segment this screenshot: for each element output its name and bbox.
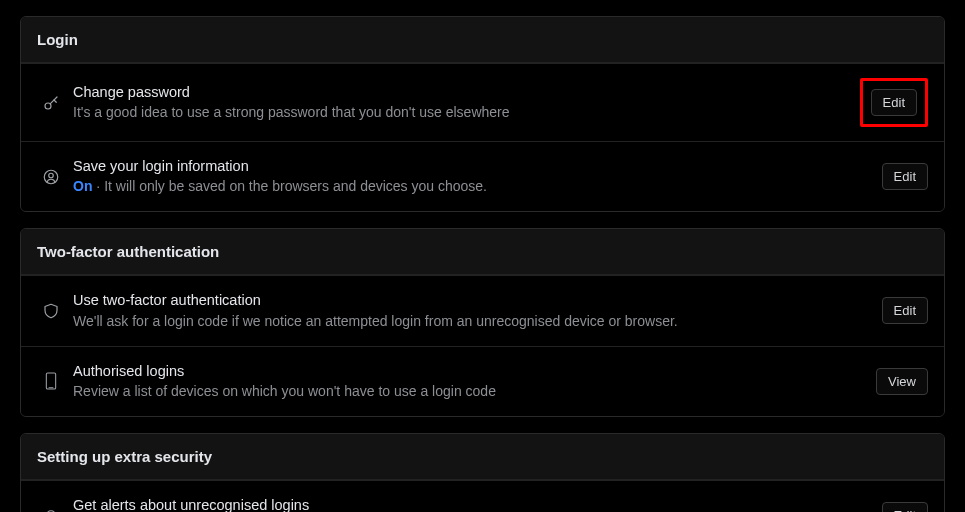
alerts-body: Get alerts about unrecognised logins We'… [73, 495, 870, 512]
use-tfa-title: Use two-factor authentication [73, 290, 870, 310]
svg-point-1 [44, 170, 58, 184]
auth-logins-body: Authorised logins Review a list of devic… [73, 361, 864, 402]
highlight-change-password-edit: Edit [860, 78, 928, 127]
change-password-title: Change password [73, 82, 848, 102]
alerts-action: Edit [882, 502, 928, 512]
save-login-edit-button[interactable]: Edit [882, 163, 928, 190]
bell-icon [37, 507, 65, 512]
save-login-row: Save your login information On · It will… [21, 141, 944, 211]
auth-logins-title: Authorised logins [73, 361, 864, 381]
save-login-desc: It will only be saved on the browsers an… [104, 178, 487, 194]
login-section-header: Login [21, 17, 944, 63]
change-password-action: Edit [860, 78, 928, 127]
auth-logins-action: View [876, 368, 928, 395]
use-tfa-row: Use two-factor authentication We'll ask … [21, 275, 944, 345]
use-tfa-edit-button[interactable]: Edit [882, 297, 928, 324]
use-tfa-desc: We'll ask for a login code if we notice … [73, 311, 870, 332]
save-login-desc-line: On · It will only be saved on the browse… [73, 176, 870, 197]
extra-security-header: Setting up extra security [21, 434, 944, 480]
use-tfa-body: Use two-factor authentication We'll ask … [73, 290, 870, 331]
alerts-title: Get alerts about unrecognised logins [73, 495, 870, 512]
save-login-status: On [73, 178, 92, 194]
auth-logins-desc: Review a list of devices on which you wo… [73, 381, 864, 402]
auth-logins-row: Authorised logins Review a list of devic… [21, 346, 944, 416]
user-circle-icon [37, 168, 65, 186]
login-section: Login Change password It's a good idea t… [20, 16, 945, 212]
save-login-title: Save your login information [73, 156, 870, 176]
svg-rect-3 [46, 373, 55, 389]
save-login-body: Save your login information On · It will… [73, 156, 870, 197]
change-password-body: Change password It's a good idea to use … [73, 82, 848, 123]
change-password-edit-button[interactable]: Edit [871, 89, 917, 116]
tfa-section: Two-factor authentication Use two-factor… [20, 228, 945, 417]
alerts-edit-button[interactable]: Edit [882, 502, 928, 512]
svg-point-2 [49, 173, 54, 178]
device-icon [37, 371, 65, 391]
use-tfa-action: Edit [882, 297, 928, 324]
change-password-desc: It's a good idea to use a strong passwor… [73, 102, 848, 123]
change-password-row: Change password It's a good idea to use … [21, 63, 944, 141]
save-login-sep: · [92, 178, 104, 194]
save-login-action: Edit [882, 163, 928, 190]
alerts-row: Get alerts about unrecognised logins We'… [21, 480, 944, 512]
key-icon [37, 94, 65, 112]
shield-icon [37, 302, 65, 320]
tfa-section-header: Two-factor authentication [21, 229, 944, 275]
extra-security-section: Setting up extra security Get alerts abo… [20, 433, 945, 512]
auth-logins-view-button[interactable]: View [876, 368, 928, 395]
